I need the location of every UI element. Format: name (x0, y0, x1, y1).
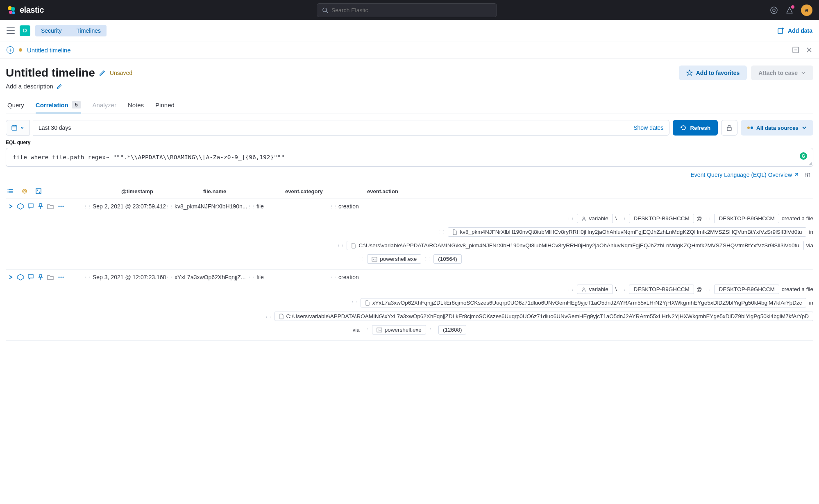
breadcrumb-timelines[interactable]: Timelines (68, 25, 107, 36)
col-category[interactable]: event.category (285, 188, 367, 194)
drag-handle-icon[interactable]: ⋮⋮ (247, 275, 255, 280)
refresh-button[interactable]: Refresh (673, 120, 718, 136)
analyze-event-icon[interactable] (17, 274, 24, 280)
col-filename[interactable]: file.name (203, 188, 285, 194)
more-actions-icon[interactable] (58, 206, 64, 207)
drag-handle-icon[interactable]: ⋮⋮ (619, 287, 626, 292)
svg-rect-30 (377, 328, 382, 332)
chip-user[interactable]: variable (577, 214, 613, 223)
close-icon[interactable] (806, 47, 812, 53)
chip-process[interactable]: powershell.exe (372, 325, 426, 334)
notes-icon[interactable] (28, 274, 34, 280)
drag-handle-icon[interactable]: ⋮⋮ (166, 275, 173, 280)
tab-query[interactable]: Query (7, 97, 24, 113)
folder-icon[interactable] (47, 203, 54, 209)
space-badge[interactable]: D (20, 25, 30, 36)
global-header: elastic e (0, 0, 819, 20)
chip-file[interactable]: xYxL7a3xwOp62XhFqnjjZDLkEr8cjmoSCKszes6U… (361, 298, 807, 307)
add-data-button[interactable]: Add data (777, 27, 812, 34)
drag-handle-icon[interactable]: ⋮⋮ (351, 301, 358, 305)
drag-handle-icon[interactable]: ⋮⋮ (329, 275, 337, 280)
drag-handle-icon[interactable]: ⋮⋮ (329, 204, 337, 209)
pin-icon[interactable] (38, 203, 43, 210)
pin-icon[interactable] (38, 274, 43, 280)
data-sources-button[interactable]: All data sources (741, 120, 813, 136)
chip-host[interactable]: DESKTOP-B9GHCCM (629, 285, 694, 294)
newsfeed-icon[interactable] (785, 6, 794, 14)
tab-pinned[interactable]: Pinned (155, 97, 175, 113)
eql-help-link[interactable]: Event Query Language (EQL) Overview (691, 172, 799, 178)
col-timestamp[interactable]: @timestamp (121, 188, 203, 194)
chip-process[interactable]: powershell.exe (367, 254, 421, 264)
chevron-down-icon (801, 70, 806, 75)
chip-file[interactable]: kv8_pkm4NJFNrXlbH190nvQt8iubMlHCv8ryRRH0… (448, 227, 806, 237)
cell-category: file (256, 274, 264, 280)
edit-title-icon[interactable] (99, 70, 106, 76)
user-avatar[interactable]: e (801, 5, 812, 16)
help-icon[interactable] (770, 6, 778, 14)
add-data-label: Add data (788, 27, 812, 34)
analyze-event-icon[interactable] (17, 203, 24, 210)
drag-handle-icon[interactable]: ⋮⋮ (619, 217, 626, 221)
drag-handle-icon[interactable]: ⋮⋮ (704, 287, 712, 292)
unsaved-indicator-dot (19, 48, 22, 52)
fields-browser-icon[interactable] (6, 186, 16, 196)
drag-handle-icon[interactable]: ⋮⋮ (704, 217, 712, 221)
date-picker-button[interactable] (6, 120, 29, 136)
resize-handle-icon[interactable]: ◢ (809, 161, 812, 165)
drag-handle-icon[interactable]: ⋮⋮ (84, 204, 91, 209)
svg-point-27 (61, 277, 62, 278)
chip-pid[interactable]: (12608) (438, 325, 467, 334)
drag-handle-icon[interactable]: ⋮⋮ (247, 204, 255, 209)
drag-handle-icon[interactable]: ⋮⋮ (567, 217, 574, 221)
chip-host[interactable]: DESKTOP-B9GHCCM (714, 214, 779, 223)
svg-point-29 (583, 287, 585, 289)
global-search[interactable] (317, 3, 497, 17)
drag-handle-icon[interactable]: ⋮⋮ (362, 328, 370, 332)
more-actions-icon[interactable] (58, 276, 64, 278)
search-input[interactable] (331, 7, 492, 14)
drag-handle-icon[interactable]: ⋮⋮ (429, 328, 436, 332)
svg-point-7 (773, 9, 775, 11)
folder-icon[interactable] (47, 274, 54, 280)
drag-handle-icon[interactable]: ⋮⋮ (357, 257, 365, 261)
drag-handle-icon[interactable]: ⋮⋮ (424, 257, 431, 261)
nav-toggle-icon[interactable] (7, 27, 15, 34)
add-description[interactable]: Add a description (6, 83, 813, 90)
drag-handle-icon[interactable]: ⋮⋮ (166, 204, 173, 209)
drag-handle-icon[interactable]: ⋮⋮ (84, 275, 91, 280)
attach-to-case-button[interactable]: Attach to case (751, 66, 813, 80)
tab-correlation[interactable]: Correlation 5 (36, 97, 81, 113)
notes-icon[interactable] (28, 203, 34, 209)
eql-query-input[interactable]: file where file.path regex~ """.*\\APPDA… (6, 148, 813, 167)
table-row: ⋮⋮Sep 2, 2021 @ 23:07:59.412 ⋮⋮kv8_pkm4N… (6, 199, 813, 270)
date-range-input[interactable]: Last 30 days Show dates (33, 120, 669, 136)
settings-icon[interactable] (804, 172, 811, 178)
fullscreen-icon[interactable] (34, 186, 43, 196)
minimize-icon[interactable] (792, 46, 799, 54)
breadcrumb-security[interactable]: Security (35, 25, 68, 36)
calendar-icon (11, 124, 18, 131)
chip-path[interactable]: C:\Users\variable\APPDATA\ROAMING\xYxL7a… (275, 312, 813, 321)
timeline-tab-link[interactable]: Untitled timeline (27, 47, 71, 54)
show-dates-link[interactable]: Show dates (633, 124, 663, 131)
col-action[interactable]: event.action (367, 188, 449, 194)
chip-user[interactable]: variable (577, 285, 613, 294)
new-timeline-icon[interactable]: + (7, 46, 14, 54)
tab-notes[interactable]: Notes (128, 97, 144, 113)
chip-host[interactable]: DESKTOP-B9GHCCM (629, 214, 694, 223)
chip-host[interactable]: DESKTOP-B9GHCCM (714, 285, 779, 294)
add-to-favorites-button[interactable]: Add to favorites (679, 66, 747, 80)
drag-handle-icon[interactable]: ⋮⋮ (438, 230, 445, 234)
expand-row-icon[interactable] (8, 275, 13, 280)
refresh-label: Refresh (690, 125, 710, 131)
drag-handle-icon[interactable]: ⋮⋮ (567, 287, 574, 292)
chip-pid[interactable]: (10564) (433, 254, 462, 264)
expand-row-icon[interactable] (8, 204, 13, 209)
drag-handle-icon[interactable]: ⋮⋮ (265, 314, 272, 319)
add-data-icon (777, 27, 785, 34)
gear-icon[interactable] (20, 186, 29, 196)
chip-path[interactable]: C:\Users\variable\APPDATA\ROAMING\kv8_pk… (347, 241, 803, 250)
drag-handle-icon[interactable]: ⋮⋮ (337, 244, 344, 248)
lock-button[interactable] (721, 120, 737, 136)
